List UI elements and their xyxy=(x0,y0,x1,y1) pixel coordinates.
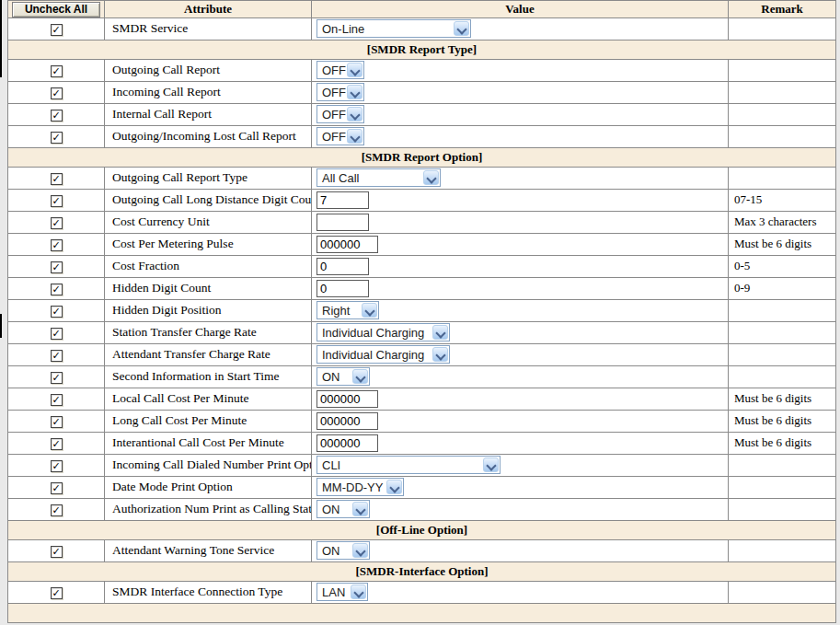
value-cell: OFF xyxy=(312,103,729,125)
row-checkbox-checked[interactable] xyxy=(51,195,63,207)
value-select-label: LAN xyxy=(322,585,345,599)
attribute-label: Incoming Call Dialed Number Print Option xyxy=(105,454,312,476)
checkbox-cell xyxy=(8,498,105,520)
remark-label xyxy=(729,103,836,125)
row-checkbox-checked[interactable] xyxy=(51,504,63,516)
row-checkbox-checked[interactable] xyxy=(51,306,63,318)
row-checkbox-checked[interactable] xyxy=(51,284,63,295)
table-row: SMDR Interface Connection Type LAN xyxy=(8,581,836,603)
chevron-down-icon xyxy=(423,170,439,185)
row-checkbox-checked[interactable] xyxy=(51,110,63,122)
row-checkbox-checked[interactable] xyxy=(51,482,63,494)
value-select[interactable]: OFF xyxy=(316,127,364,145)
value-input[interactable] xyxy=(316,280,369,297)
value-select-label: OFF xyxy=(322,130,346,144)
row-checkbox-checked[interactable] xyxy=(51,350,63,362)
row-checkbox-checked[interactable] xyxy=(51,65,63,77)
chevron-down-icon xyxy=(347,129,362,144)
table-row: Cost Currency Unit Max 3 characters xyxy=(8,211,836,233)
checkbox-cell xyxy=(8,454,105,476)
chevron-down-icon xyxy=(432,325,448,340)
chevron-down-icon xyxy=(352,369,368,384)
value-select[interactable]: CLI xyxy=(316,456,501,474)
row-checkbox-checked[interactable] xyxy=(51,239,63,251)
chevron-down-icon xyxy=(351,584,366,599)
remark-label: 0-9 xyxy=(729,277,836,299)
attribute-label: Hidden Digit Position xyxy=(105,299,312,321)
row-checkbox-checked[interactable] xyxy=(51,173,63,185)
value-select[interactable]: OFF xyxy=(316,83,364,101)
checkbox-cell xyxy=(8,476,105,498)
checkbox-cell xyxy=(8,189,105,211)
row-checkbox-checked[interactable] xyxy=(51,546,63,558)
checkbox-cell xyxy=(8,233,105,255)
section-title: [SMDR Report Type] xyxy=(8,40,836,59)
value-select[interactable]: On-Line xyxy=(316,19,471,38)
value-cell: ON xyxy=(312,498,729,520)
uncheck-all-button[interactable]: Uncheck All xyxy=(12,2,100,17)
remark-label xyxy=(729,476,836,498)
value-select-label: OFF xyxy=(322,64,346,77)
table-row: SMDR Service On-Line xyxy=(8,17,836,40)
row-checkbox-checked[interactable] xyxy=(51,460,63,472)
chevron-down-icon xyxy=(347,107,362,122)
smdr-settings-table: Uncheck All Attribute Value Remark SMDR … xyxy=(7,0,836,623)
value-select[interactable]: Individual Charging xyxy=(316,345,450,364)
value-select[interactable]: MM-DD-YY xyxy=(316,478,404,496)
value-select[interactable]: ON xyxy=(316,367,370,386)
value-select[interactable]: Individual Charging xyxy=(316,323,450,341)
value-input[interactable] xyxy=(316,258,369,275)
value-select-label: ON xyxy=(322,370,340,384)
value-cell xyxy=(312,189,729,211)
value-input[interactable] xyxy=(316,214,369,231)
value-select[interactable]: Right xyxy=(316,301,379,319)
value-input[interactable] xyxy=(316,390,378,408)
section-row: [Off-Line Option] xyxy=(8,520,836,539)
value-select[interactable]: OFF xyxy=(316,61,364,79)
attribute-label: Attendant Warning Tone Service xyxy=(105,539,312,561)
row-checkbox-checked[interactable] xyxy=(51,261,63,273)
value-cell xyxy=(312,211,729,233)
remark-label: Must be 6 digits xyxy=(729,233,836,255)
value-select[interactable]: All Call xyxy=(316,168,441,187)
attribute-label: Authorization Num Print as Calling Stati… xyxy=(105,498,312,520)
remark-label xyxy=(729,321,836,343)
row-checkbox-checked[interactable] xyxy=(51,24,63,36)
table-row: Internal Call Report OFF xyxy=(8,103,836,125)
value-cell xyxy=(312,233,729,255)
row-checkbox-checked[interactable] xyxy=(51,394,63,406)
remark-label: Must be 6 digits xyxy=(729,388,836,410)
row-checkbox-checked[interactable] xyxy=(51,217,63,229)
remark-label xyxy=(729,299,836,321)
table-row: Authorization Num Print as Calling Stati… xyxy=(8,498,836,520)
frame-border-fragment-middle xyxy=(0,314,2,338)
chevron-down-icon xyxy=(352,502,368,516)
value-input[interactable] xyxy=(316,434,378,452)
row-checkbox-checked[interactable] xyxy=(51,438,63,450)
table-row: Outgoing Call Long Distance Digit Counte… xyxy=(8,189,836,211)
value-cell xyxy=(312,410,729,432)
row-checkbox-checked[interactable] xyxy=(51,328,63,340)
chevron-down-icon xyxy=(454,21,469,36)
table-row: Incoming Call Dialed Number Print Option… xyxy=(8,454,836,476)
remark-label xyxy=(729,581,836,603)
value-select[interactable]: OFF xyxy=(316,105,364,123)
table-row: Local Call Cost Per Minute Must be 6 dig… xyxy=(8,388,836,410)
row-checkbox-checked[interactable] xyxy=(51,87,63,99)
value-input[interactable] xyxy=(316,412,378,430)
checkbox-cell xyxy=(8,365,105,388)
table-header-row: Uncheck All Attribute Value Remark xyxy=(8,1,836,18)
table-row: Second Information in Start Time ON xyxy=(8,365,836,388)
row-checkbox-checked[interactable] xyxy=(51,132,63,144)
value-select[interactable]: LAN xyxy=(316,583,368,601)
value-select[interactable]: ON xyxy=(316,500,370,518)
row-checkbox-checked[interactable] xyxy=(51,416,63,428)
remark-label xyxy=(729,81,836,103)
row-checkbox-checked[interactable] xyxy=(51,372,63,384)
value-input[interactable] xyxy=(316,191,369,209)
value-select[interactable]: ON xyxy=(316,541,370,560)
checkbox-cell xyxy=(8,321,105,343)
value-input[interactable] xyxy=(316,236,378,253)
remark-label: Must be 6 digits xyxy=(729,410,836,432)
row-checkbox-checked[interactable] xyxy=(51,587,63,599)
